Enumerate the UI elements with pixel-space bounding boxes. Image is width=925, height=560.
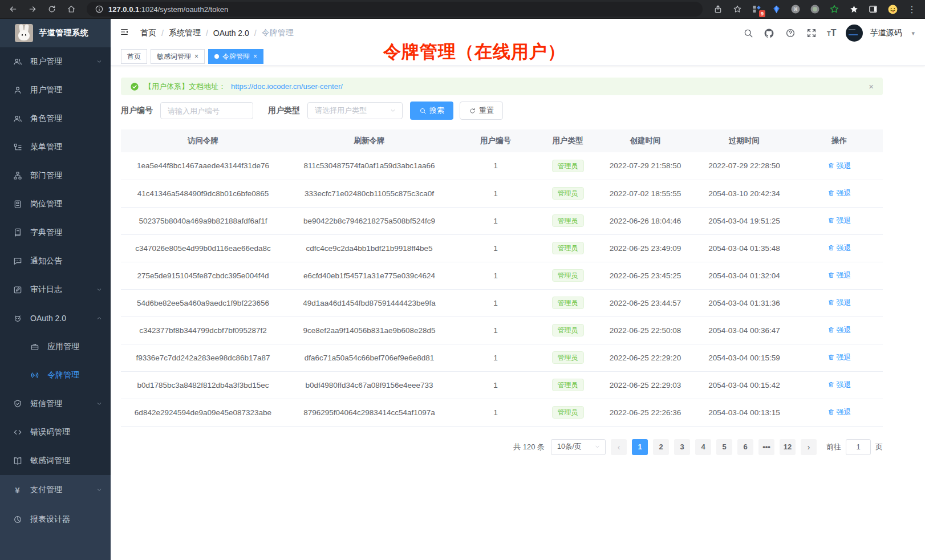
user-type-cell: 管理员 [538,371,598,399]
token-table: 访问令牌刷新令牌用户编号用户类型创建时间过期时间操作 1ea5e44f8bc14… [121,129,883,427]
user-type-cell: 管理员 [538,316,598,344]
table-row: 1ea5e44f8bc1467aaede43144f31de76811c5304… [121,152,883,180]
fullscreen-icon[interactable] [806,27,817,39]
font-size-icon[interactable]: TT [827,29,837,38]
command-extension-icon[interactable]: ⌘ [788,2,803,17]
tab-label: 敏感词管理 [157,52,191,62]
force-logout-button[interactable]: 强退 [827,216,851,226]
sidebar-item-label: 审计日志 [30,285,88,295]
sidebar-item-dept[interactable]: 部门管理 [0,161,111,190]
force-logout-button[interactable]: 强退 [827,325,851,335]
sidebar-item-post[interactable]: 岗位管理 [0,190,111,218]
alert-close-icon[interactable]: × [869,82,874,91]
page-button-6[interactable]: 6 [737,439,753,455]
sidebar-item-error-code[interactable]: 错误码管理 [0,418,111,447]
bookmark-star-icon[interactable] [730,2,745,17]
column-header: 访问令牌 [121,129,285,152]
force-logout-button[interactable]: 强退 [827,352,851,363]
sidebar-item-pay[interactable]: ¥支付管理 [0,475,111,505]
pinwheel-extension-icon[interactable] [846,2,861,17]
create-time-cell: 2022-06-25 22:50:08 [598,316,693,344]
refresh-token-cell: b0df4980ffd34c67a08f9156e4eee733 [285,371,453,399]
sidebar-item-sms[interactable]: 短信管理 [0,389,111,418]
access-token-cell: 54d6be82ee5a460a9aedc1f9bf223656 [121,289,285,316]
sidebar-item-user[interactable]: 用户管理 [0,76,111,104]
sidebar-item-oauth2[interactable]: OAuth 2.0 [0,304,111,332]
pager-ellipsis[interactable]: ••• [758,439,774,455]
tab-oauth2-token[interactable]: 令牌管理× [208,49,263,64]
user-menu-caret-icon[interactable]: ▾ [911,30,915,37]
user-icon [13,86,22,95]
search-button[interactable]: 搜索 [410,102,453,120]
sidebar-collapse-icon[interactable] [120,27,131,39]
force-logout-button[interactable]: 强退 [827,270,851,281]
page-button-1[interactable]: 1 [632,439,648,455]
user-id-cell: 1 [453,234,538,262]
action-cell: 强退 [796,152,883,180]
sidebar-item-role[interactable]: 角色管理 [0,104,111,133]
next-page-button[interactable]: › [801,439,817,455]
page-button-2[interactable]: 2 [653,439,669,455]
sidebar-item-sensitive-word[interactable]: 敏感词管理 [0,447,111,475]
force-logout-button[interactable]: 强退 [827,380,851,390]
tab-close-icon[interactable]: × [194,53,198,60]
browser-menu-icon[interactable]: ⋮ [904,2,919,17]
breadcrumb-item[interactable]: 系统管理 [169,28,201,38]
user-type-select[interactable]: 请选择用户类型 [307,102,403,119]
sidebar-item-tenant[interactable]: 租户管理 [0,47,111,76]
gem-extension-icon[interactable] [769,2,784,17]
sidebar-item-menu[interactable]: 菜单管理 [0,133,111,161]
page-button-3[interactable]: 3 [674,439,690,455]
extension-blocks-icon[interactable]: 9 [749,2,764,17]
search-icon[interactable] [743,27,754,39]
user-id-cell: 1 [453,207,538,234]
emoji-extension-icon[interactable] [885,2,900,17]
address-bar[interactable]: 127.0.0.1:1024/system/oauth2/token [87,2,703,17]
table-row: c342377bf8b344799dcbf7bf095287f29ce8ef2a… [121,316,883,344]
tab-close-icon[interactable]: × [253,53,257,60]
user-name[interactable]: 芋道源码 [870,28,902,38]
svg-text:⌘: ⌘ [793,7,798,12]
green-star-extension-icon[interactable] [827,2,842,17]
doc-link[interactable]: https://doc.iocoder.cn/user-center/ [231,82,343,91]
sidebar-item-notice[interactable]: 通知公告 [0,247,111,275]
force-logout-button[interactable]: 强退 [827,298,851,308]
record-extension-icon[interactable] [808,2,822,17]
share-icon[interactable] [711,2,725,17]
breadcrumb-item[interactable]: OAuth 2.0 [213,29,249,38]
goto-page-input[interactable] [846,439,871,455]
prev-page-button[interactable]: ‹ [611,439,627,455]
page-button-4[interactable]: 4 [695,439,711,455]
action-cell: 强退 [796,289,883,316]
tab-home[interactable]: 首页 [121,49,147,64]
force-logout-button[interactable]: 强退 [827,243,851,253]
page-size-select[interactable]: 10条/页 [551,439,606,455]
refresh-token-cell: 333ecfc71e02480cb11055c875c3ca0f [285,180,453,207]
chevron-down-icon [96,400,103,407]
user-type-cell: 管理员 [538,399,598,426]
reset-button[interactable]: 重置 [460,102,503,120]
page-info-icon[interactable] [95,2,104,17]
sidebar-item-report[interactable]: 报表设计器 [0,505,111,534]
briefcase-icon [30,342,39,352]
user-id-input[interactable] [160,102,253,119]
tab-sensitive-word[interactable]: 敏感词管理× [151,49,205,64]
home-icon[interactable] [64,2,79,17]
sidebar-item-oauth2-token[interactable]: 令牌管理 [0,361,111,389]
page-button-12[interactable]: 12 [780,439,796,455]
force-logout-button[interactable]: 强退 [827,188,851,198]
github-icon[interactable] [764,27,775,39]
force-logout-button[interactable]: 强退 [827,161,851,171]
help-icon[interactable] [785,27,796,39]
page-button-5[interactable]: 5 [716,439,732,455]
back-icon[interactable] [6,2,21,17]
user-avatar[interactable] [846,25,863,42]
force-logout-button[interactable]: 强退 [827,407,851,417]
side-panel-icon[interactable] [866,2,881,17]
forward-icon[interactable] [25,2,40,17]
sidebar-item-oauth2-app[interactable]: 应用管理 [0,332,111,361]
reload-icon[interactable] [44,2,59,17]
sidebar-item-dict[interactable]: 字典管理 [0,218,111,247]
sidebar-item-audit-log[interactable]: 审计日志 [0,275,111,304]
breadcrumb-item[interactable]: 首页 [140,28,156,38]
